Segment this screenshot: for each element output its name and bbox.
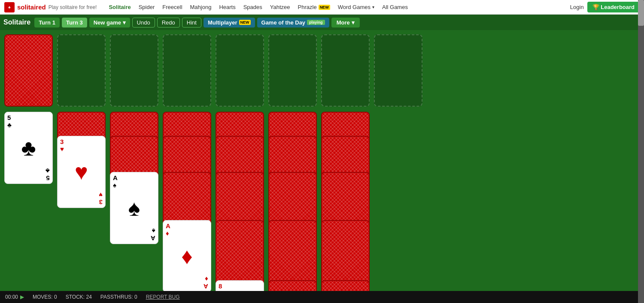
tableau-col-4: A♦ ♦ A♦ [163,112,211,303]
card-3-hearts[interactable]: 3♥ ♥ 3♥ [57,136,106,208]
tableau-col-1: 5♣ ♣ 5♣ [4,112,53,303]
tableau-col-5: 8♦ ♦♦♦♦ 8♦ [216,112,264,303]
nav-links: Solitaire Spider Freecell Mahjong Hearts… [105,2,570,12]
nav-freecell[interactable]: Freecell [159,2,185,12]
nav-spider[interactable]: Spider [135,2,158,12]
multiplayer-button[interactable]: Multiplayer NEW [204,18,255,28]
waste-placeholder [57,34,106,107]
status-bar: 00:00 ▶ MOVES: 0 STOCK: 24 PASSTHRUS: 0 … [0,291,644,303]
more-button[interactable]: More ▾ [331,18,360,28]
top-row [4,34,640,107]
hint-button[interactable]: Hint [182,18,201,28]
top-navigation: ♠ solitaired Play solitaire for free! So… [0,0,644,15]
phrazle-new-badge: NEW [319,5,330,10]
passthrus-count: PASSTHRUS: 0 [100,294,137,300]
card-a-diamonds[interactable]: A♦ ♦ A♦ [163,220,211,292]
tableau-col-3: A♠ ♠ A♠ [110,112,158,303]
turn1-button[interactable]: Turn 1 [34,18,60,28]
tableau-col-6: 10♥ ♥♥♥♥♥ 10♥ [268,112,317,303]
foundation-1 [110,34,158,107]
nav-hearts[interactable]: Hearts [216,2,239,12]
game-title: Solitaire [3,18,30,26]
new-game-button[interactable]: New game ▾ [89,18,130,28]
tableau: 5♣ ♣ 5♣ 3♥ ♥ 3♥ A♠ ♠ A♠ [4,112,640,303]
scrollbar[interactable] [638,0,644,303]
card-tl-2: 3♥ [60,138,64,153]
nav-right: Login 🏆 Leaderboard [570,2,640,12]
card-br-4: A♦ [204,275,208,290]
card-br-1: 5♣ [46,167,50,181]
foundation-2 [163,34,211,107]
card-center-4: ♦ [181,243,193,269]
scrollbar-thumb[interactable] [638,0,644,26]
card-tl-1: 5♣ [7,114,12,129]
redo-button[interactable]: Redo [157,18,180,28]
nav-spades[interactable]: Spades [240,2,266,12]
game-toolbar: Solitaire Turn 1 Turn 3 New game ▾ Undo … [0,15,644,30]
nav-phrazle[interactable]: Phrazle NEW [295,2,334,12]
logo-icon: ♠ [4,2,15,12]
card-5-clubs[interactable]: 5♣ ♣ 5♣ [4,112,53,184]
foundation-6 [374,34,422,107]
gotd-playing-badge: playing [307,20,325,25]
logo-text[interactable]: solitaired [17,3,46,11]
leaderboard-button[interactable]: 🏆 Leaderboard [587,2,640,12]
logo-tagline: Play solitaire for free! [49,4,97,10]
foundation-3 [216,34,264,107]
nav-yahtzee[interactable]: Yahtzee [267,2,294,12]
turn3-button[interactable]: Turn 3 [62,18,87,28]
logo-area: ♠ solitaired Play solitaire for free! [4,2,97,12]
foundation-4 [268,34,317,107]
stock-count: STOCK: 24 [66,294,92,300]
card-a-spades[interactable]: A♠ ♠ A♠ [110,172,158,244]
undo-button[interactable]: Undo [132,18,155,28]
card-tl-4: A♦ [166,223,170,237]
timer-area: 00:00 ▶ [5,294,24,300]
login-button[interactable]: Login [570,4,584,10]
card-center-2: ♥ [75,159,88,185]
game-area: 5♣ ♣ 5♣ 3♥ ♥ 3♥ A♠ ♠ A♠ [0,30,644,303]
nav-mahjong[interactable]: Mahjong [187,2,215,12]
multiplayer-new-badge: NEW [239,20,251,25]
gotd-button[interactable]: Game of the Day playing [257,18,329,28]
card-center-1: ♣ [21,135,36,161]
play-icon[interactable]: ▶ [20,294,24,300]
foundation-5 [321,34,370,107]
moves-count: MOVES: 0 [33,294,57,300]
card-center-3: ♠ [128,195,140,221]
stock-pile[interactable] [4,34,53,107]
tableau-col-2: 3♥ ♥ 3♥ [57,112,106,303]
tableau-col-7: 9♦ ♦♦♦ 9♦ [321,112,370,303]
card-br-2: 3♥ [99,191,103,205]
card-tl-3: A♠ [113,174,118,189]
nav-word-games[interactable]: Word Games ▾ [334,2,378,12]
card-br-3: A♠ [151,227,155,242]
timer-value: 00:00 [5,294,18,300]
nav-solitaire[interactable]: Solitaire [105,2,134,12]
nav-all-games[interactable]: All Games [379,2,411,12]
report-bug-link[interactable]: REPORT BUG [146,294,180,300]
